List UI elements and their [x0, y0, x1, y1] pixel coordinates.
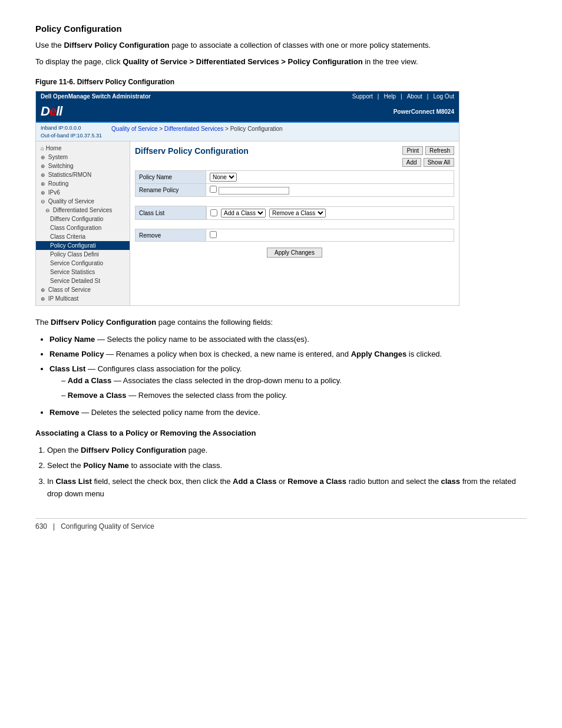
breadcrumb-qos[interactable]: Quality of Service: [111, 126, 157, 132]
sidebar-item-diffserv[interactable]: ⊖ Differentiated Services: [36, 206, 130, 215]
main-area: ⌂ Home ⊕ System ⊕ Switching ⊕ Statistics…: [36, 141, 459, 305]
inband-ip: Inband IP:0.0.0.0: [41, 124, 102, 132]
footer: 630 | Configuring Quality of Service: [35, 518, 527, 531]
rename-policy-checkbox[interactable]: [210, 186, 217, 193]
figure-label: Figure 11-6. Diffserv Policy Configurati…: [35, 78, 527, 86]
sidebar-item-policy-class[interactable]: Policy Class Defini: [36, 250, 130, 259]
subfield-add-class: Add a Class — Associates the class selec…: [61, 375, 527, 387]
panel-header: Diffserv Policy Configuration Print Refr…: [135, 146, 454, 156]
class-list-checkbox[interactable]: [210, 209, 217, 216]
field-policy-name: Policy Name — Selects the policy name to…: [49, 334, 527, 346]
screenshot-frame: Dell OpenManage Switch Administrator Sup…: [35, 91, 459, 306]
apply-button[interactable]: Apply Changes: [267, 248, 322, 258]
sidebar-item-service-detail[interactable]: Service Detailed St: [36, 276, 130, 285]
class-list-label: Class List: [135, 206, 206, 220]
breadcrumb-sep2: >: [225, 126, 230, 132]
breadcrumb-current: Policy Configuration: [230, 126, 283, 132]
form-table: Policy Name None Rename Policy: [135, 170, 454, 242]
sidebar-item-ip-multicast[interactable]: ⊕ IP Multicast: [36, 294, 130, 303]
sidebar-item-cos[interactable]: ⊕ Class of Service: [36, 285, 130, 294]
dell-logo: Dell: [41, 104, 62, 119]
page-number: 630: [35, 522, 47, 531]
content-panel: Diffserv Policy Configuration Print Refr…: [130, 141, 459, 305]
add-button[interactable]: Add: [402, 158, 421, 167]
page-container: Policy Configuration Use the Diffserv Po…: [0, 0, 562, 554]
field-class-list: Class List — Configures class associatio…: [49, 363, 527, 402]
body-content: The Diffserv Policy Configuration page c…: [35, 317, 527, 500]
about-link[interactable]: About: [401, 93, 422, 100]
apply-row: Apply Changes: [135, 244, 454, 261]
rename-policy-row: Rename Policy: [135, 184, 454, 197]
sidebar-item-system[interactable]: ⊕ System: [36, 153, 130, 162]
remove-class-select[interactable]: Remove a Class: [269, 209, 326, 218]
subfield-remove-class: Remove a Class — Removes the selected cl…: [61, 390, 527, 402]
outofband-ip: Out-of-band IP:10.37.5.31: [41, 132, 102, 140]
rename-policy-label: Rename Policy: [135, 184, 206, 197]
associating-title: Associating a Class to a Policy or Remov…: [35, 427, 527, 440]
step-3: In Class List field, select the check bo…: [47, 476, 527, 500]
ip-bar: Inband IP:0.0.0.0 Out-of-band IP:10.37.5…: [36, 123, 459, 141]
sidebar-item-service-stats[interactable]: Service Statistics: [36, 268, 130, 276]
sidebar-item-statistics[interactable]: ⊕ Statistics/RMON: [36, 170, 130, 179]
breadcrumb-sep1: >: [159, 126, 164, 132]
step-1: Open the Diffserv Policy Configuration p…: [47, 444, 527, 457]
top-bar: Dell OpenManage Switch Administrator Sup…: [36, 91, 459, 101]
ip-info: Inband IP:0.0.0.0 Out-of-band IP:10.37.5…: [41, 124, 102, 139]
help-link[interactable]: Help: [378, 93, 396, 100]
product-name: PowerConnect M8024: [394, 108, 454, 115]
logout-link[interactable]: Log Out: [427, 93, 454, 100]
remove-label: Remove: [135, 229, 206, 242]
add-class-select[interactable]: Add a Class: [221, 209, 266, 218]
spacer-row: [135, 197, 454, 206]
breadcrumb: Quality of Service > Differentiated Serv…: [111, 124, 283, 132]
fields-list: Policy Name — Selects the policy name to…: [49, 334, 527, 419]
field-remove: Remove — Deletes the selected policy nam…: [49, 407, 527, 419]
step-2: Select the Policy Name to associate with…: [47, 460, 527, 472]
footer-section: Configuring Quality of Service: [61, 522, 154, 531]
sidebar-item-diffserv-config[interactable]: Diffserv Configuratio: [36, 215, 130, 223]
remove-checkbox[interactable]: [210, 231, 217, 238]
support-link[interactable]: Support: [352, 93, 373, 100]
spacer-row-2: [135, 220, 454, 229]
class-list-row: Class List Add a Class Remove a Class: [135, 206, 454, 220]
top-bar-links: Support Help About Log Out: [352, 93, 454, 100]
panel-buttons-bottom: Add Show All: [135, 158, 454, 167]
intro-paragraph-2: To display the page, click Quality of Se…: [35, 56, 527, 68]
sidebar-item-switching[interactable]: ⊕ Switching: [36, 162, 130, 170]
field-rename-policy: Rename Policy — Renames a policy when bo…: [49, 348, 527, 361]
refresh-button[interactable]: Refresh: [425, 146, 454, 155]
class-list-value: Add a Class Remove a Class: [206, 206, 454, 220]
print-button[interactable]: Print: [402, 146, 423, 155]
policy-name-row: Policy Name None: [135, 171, 454, 184]
policy-name-label: Policy Name: [135, 171, 206, 184]
sidebar: ⌂ Home ⊕ System ⊕ Switching ⊕ Statistics…: [36, 141, 130, 305]
app-title: Dell OpenManage Switch Administrator: [41, 93, 151, 100]
remove-value: [206, 229, 454, 242]
policy-name-value: None: [206, 171, 454, 184]
section-title: Policy Configuration: [35, 24, 527, 34]
class-list-subfields: Add a Class — Associates the class selec…: [61, 375, 527, 402]
steps-list: Open the Diffserv Policy Configuration p…: [47, 444, 527, 500]
policy-name-select[interactable]: None: [210, 173, 237, 182]
panel-title: Diffserv Policy Configuration: [135, 146, 249, 156]
sidebar-item-qos[interactable]: ⊖ Quality of Service: [36, 197, 130, 206]
sidebar-item-class-criteria[interactable]: Class Criteria: [36, 232, 130, 241]
rename-policy-text[interactable]: [219, 187, 289, 195]
sidebar-item-class-config[interactable]: Class Configuration: [36, 223, 130, 232]
sidebar-item-ipv6[interactable]: ⊕ IPv6: [36, 188, 130, 197]
intro-paragraph-1: Use the Diffserv Policy Configuration pa…: [35, 39, 527, 51]
sidebar-item-routing[interactable]: ⊕ Routing: [36, 179, 130, 188]
breadcrumb-diffserv[interactable]: Differentiated Services: [164, 126, 223, 132]
panel-buttons-top: Print Refresh: [402, 146, 454, 155]
show-all-button[interactable]: Show All: [424, 158, 454, 167]
logo-bar: Dell PowerConnect M8024: [36, 101, 459, 123]
sidebar-item-home[interactable]: ⌂ Home: [36, 144, 130, 153]
sidebar-item-service-config[interactable]: Service Configuratio: [36, 259, 130, 268]
fields-intro: The Diffserv Policy Configuration page c…: [35, 317, 527, 329]
sidebar-item-policy-config[interactable]: Policy Configurati: [36, 241, 130, 250]
rename-policy-value: [206, 184, 454, 197]
remove-row: Remove: [135, 229, 454, 242]
